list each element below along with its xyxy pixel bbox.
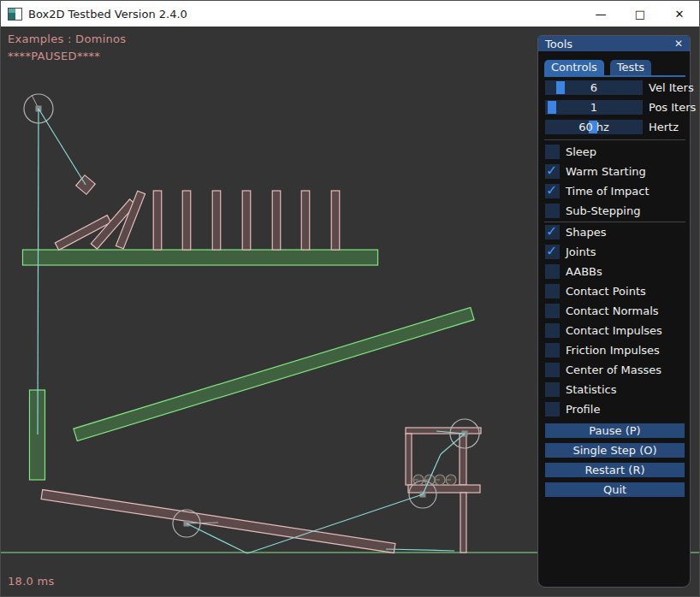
slider-row-pos-iters: 1Pos Iters (545, 100, 685, 115)
checkbox-statistics[interactable]: Statistics (545, 382, 662, 397)
pink-body (406, 428, 481, 434)
checkbox-box[interactable] (545, 343, 560, 358)
single-step-o-button[interactable]: Single Step (O) (545, 443, 685, 458)
checkbox-label: Contact Impulses (566, 323, 662, 338)
maximize-button[interactable]: □ (620, 1, 660, 27)
close-button[interactable]: ✕ (660, 1, 699, 27)
slider-value: 6 (545, 80, 643, 95)
checkbox-label: Center of Masses (566, 363, 661, 377)
checkbox-contact-points[interactable]: Contact Points (545, 284, 662, 298)
slider-value: 1 (545, 100, 643, 115)
checkbox-box[interactable] (545, 382, 560, 397)
pink-body (408, 485, 480, 493)
pink-body (460, 434, 466, 485)
checkbox-box[interactable] (545, 264, 560, 279)
app-icon (8, 8, 22, 21)
pause-p-button[interactable]: Pause (P) (545, 423, 685, 438)
close-icon[interactable]: ✕ (674, 36, 683, 51)
checkbox-label: Warm Starting (566, 164, 646, 179)
pink-body (460, 493, 466, 553)
pink-body (153, 191, 162, 250)
example-label: Examples : Dominos (8, 33, 126, 45)
slider-row-vel-iters: 6Vel Iters (545, 80, 685, 95)
separator (544, 139, 685, 140)
checkbox-box[interactable]: ✓ (545, 184, 560, 198)
checkbox-box[interactable] (545, 402, 560, 417)
paused-label: ****PAUSED**** (8, 50, 100, 62)
checkbox-label: Contact Normals (566, 304, 659, 318)
check-icon: ✓ (546, 243, 557, 259)
check-icon: ✓ (546, 223, 557, 239)
checkbox-sleep[interactable]: Sleep (545, 145, 650, 159)
pink-body (301, 191, 310, 250)
checkbox-label: Joints (566, 245, 596, 259)
slider-label: Vel Iters (649, 80, 694, 95)
checkbox-friction-impulses[interactable]: Friction Impulses (545, 343, 662, 358)
minimize-button[interactable]: — (581, 1, 620, 27)
checkbox-sub-stepping[interactable]: Sub-Stepping (545, 204, 650, 218)
checkbox-joints[interactable]: ✓Joints (545, 245, 662, 259)
application-window: Box2D Testbed Version 2.4.0 —□✕ Examples… (0, 0, 700, 597)
checkbox-warm-starting[interactable]: ✓Warm Starting (545, 164, 650, 179)
checkbox-center-of-masses[interactable]: Center of Masses (545, 363, 662, 377)
sliders-section: 6Vel Iters1Pos Iters60 hzHertz (545, 80, 685, 139)
checkbox-box[interactable] (545, 304, 560, 318)
checkbox-box[interactable]: ✓ (545, 225, 560, 239)
joint-rope (247, 494, 423, 553)
checkbox-box[interactable] (545, 363, 560, 377)
check-icon: ✓ (546, 182, 557, 198)
checkbox-contact-impulses[interactable]: Contact Impulses (545, 323, 662, 338)
slider-label: Hertz (649, 120, 679, 134)
checkbox-box[interactable] (545, 284, 560, 298)
checkbox-shapes[interactable]: ✓Shapes (545, 225, 662, 239)
pink-body (331, 191, 340, 250)
checkbox-label: Contact Points (566, 284, 646, 298)
checkbox-label: Profile (566, 402, 600, 417)
checkbox-box[interactable] (545, 323, 560, 338)
joint-rope (38, 109, 39, 434)
checkbox-contact-normals[interactable]: Contact Normals (545, 304, 662, 318)
pink-body (182, 191, 191, 250)
green-body (74, 307, 474, 440)
restart-r-button[interactable]: Restart (R) (545, 463, 685, 477)
checkbox-box[interactable] (545, 145, 560, 159)
slider-label: Pos Iters (649, 100, 696, 115)
checkbox-box[interactable]: ✓ (545, 164, 560, 179)
buttons-section: Pause (P)Single Step (O)Restart (R)Quit (545, 423, 685, 502)
slider-value: 60 hz (545, 120, 643, 134)
pink-body (406, 434, 412, 485)
window-title: Box2D Testbed Version 2.4.0 (28, 8, 187, 21)
window-controls: —□✕ (581, 1, 699, 27)
checkbox-label: Time of Impact (566, 184, 650, 198)
joint-rope (386, 549, 454, 551)
quit-button[interactable]: Quit (545, 482, 685, 497)
tools-panel-titlebar[interactable]: Tools ✕ (538, 36, 690, 51)
checkbox-box[interactable] (545, 204, 560, 218)
green-body (23, 250, 378, 265)
checkbox-aabbs[interactable]: AABBs (545, 264, 662, 279)
checkbox-label: AABBs (566, 264, 602, 279)
pink-body (272, 191, 281, 250)
tools-panel: Tools ✕ ControlsTests 6Vel Iters1Pos Ite… (537, 35, 691, 588)
slider-row-hertz: 60 hzHertz (545, 120, 685, 134)
checkbox-group-solver: Sleep✓Warm Starting✓Time of ImpactSub-St… (545, 145, 650, 223)
checkbox-label: Statistics (566, 382, 616, 397)
pink-body (242, 191, 251, 250)
pink-body (212, 191, 221, 250)
tab-controls[interactable]: Controls (544, 60, 604, 75)
tab-bar: ControlsTests (544, 60, 685, 77)
app-icon-part (9, 13, 15, 20)
separator (544, 222, 685, 222)
tab-tests[interactable]: Tests (610, 60, 651, 75)
checkbox-time-of-impact[interactable]: ✓Time of Impact (545, 184, 650, 198)
tools-panel-title: Tools (545, 38, 572, 50)
checkbox-box[interactable]: ✓ (545, 245, 560, 259)
checkbox-profile[interactable]: Profile (545, 402, 662, 417)
checkbox-label: Sleep (566, 145, 596, 159)
check-icon: ✓ (546, 163, 557, 179)
checkbox-label: Shapes (566, 225, 606, 239)
checkbox-label: Sub-Stepping (566, 204, 640, 218)
joint-rope (39, 109, 86, 185)
checkbox-label: Friction Impulses (566, 343, 660, 358)
checkbox-group-draw: ✓Shapes✓JointsAABBsContact PointsContact… (545, 225, 662, 422)
